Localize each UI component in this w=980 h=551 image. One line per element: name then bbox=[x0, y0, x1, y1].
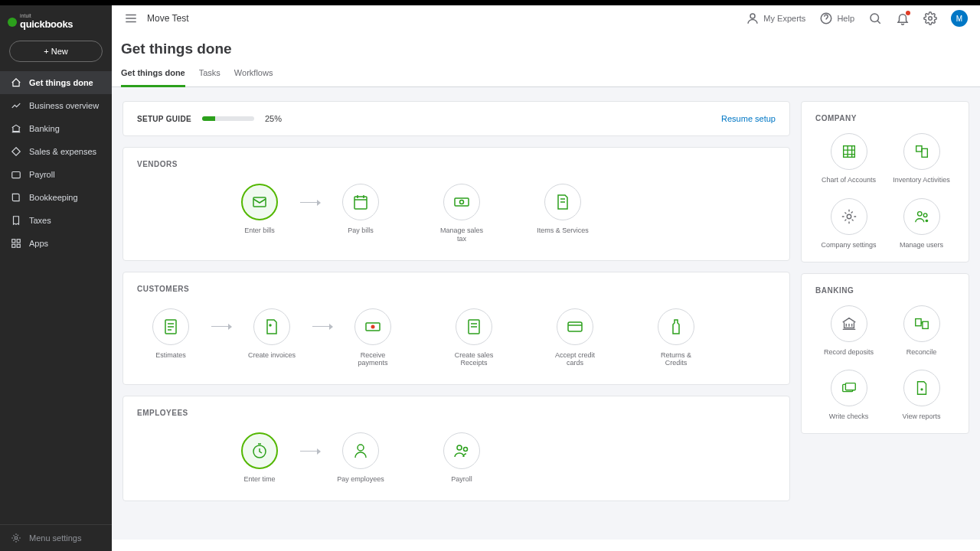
search-icon[interactable] bbox=[868, 11, 882, 25]
gear-icon bbox=[841, 208, 858, 225]
svg-point-17 bbox=[371, 324, 375, 328]
invoice-icon bbox=[263, 318, 281, 336]
logo-text: quickbooks bbox=[20, 18, 73, 30]
comp-manage-users[interactable]: Manage users bbox=[888, 198, 955, 249]
nav-business-overview[interactable]: Business overview bbox=[0, 94, 112, 117]
svg-rect-34 bbox=[845, 383, 855, 390]
logo[interactable]: intuit quickbooks bbox=[0, 5, 112, 41]
nav-get-things-done[interactable]: Get things done bbox=[0, 71, 112, 94]
svg-point-5 bbox=[15, 536, 18, 540]
nav-label: Business overview bbox=[29, 101, 99, 110]
help-icon bbox=[819, 11, 833, 25]
resume-setup-link[interactable]: Resume setup bbox=[721, 114, 776, 123]
wf-label: Enter time bbox=[243, 475, 275, 484]
wallet-icon bbox=[11, 169, 21, 180]
svg-point-6 bbox=[750, 14, 755, 18]
wf-pay-bills[interactable]: Pay bills bbox=[327, 184, 394, 235]
tab-workflows[interactable]: Workflows bbox=[234, 68, 273, 86]
svg-point-30 bbox=[925, 219, 928, 222]
window-chrome bbox=[0, 0, 980, 5]
right-column: COMPANY Chart of Accounts Inventory Acti… bbox=[801, 101, 969, 540]
arrow-icon bbox=[310, 308, 335, 345]
wf-label: Estimates bbox=[155, 351, 186, 360]
menu-settings[interactable]: Menu settings bbox=[0, 524, 112, 551]
bank-write-checks[interactable]: Write checks bbox=[815, 370, 882, 421]
bank-record-deposits[interactable]: Record deposits bbox=[815, 305, 882, 357]
svg-rect-32 bbox=[922, 321, 927, 328]
customers-card: CUSTOMERS Estimates Create invoices Rec bbox=[122, 272, 790, 386]
svg-rect-24 bbox=[843, 146, 854, 158]
wf-label: Manage sales tax bbox=[435, 227, 488, 243]
calendar-icon bbox=[351, 193, 370, 211]
wf-sales-receipts[interactable]: Create sales Receipts bbox=[440, 308, 508, 368]
tab-tasks[interactable]: Tasks bbox=[199, 68, 220, 86]
arrow-icon bbox=[209, 308, 234, 345]
wf-payroll[interactable]: Payroll bbox=[428, 432, 495, 484]
wf-accept-credit-cards[interactable]: Accept credit cards bbox=[541, 308, 609, 368]
hamburger-icon[interactable] bbox=[124, 11, 138, 25]
new-button[interactable]: + New bbox=[9, 41, 103, 62]
clock-icon bbox=[250, 442, 269, 460]
wf-items-services[interactable]: Items & Services bbox=[529, 184, 596, 235]
wf-pay-employees[interactable]: Pay employees bbox=[327, 432, 394, 484]
nav-apps[interactable]: Apps bbox=[0, 232, 112, 255]
logo-icon bbox=[8, 18, 17, 27]
comp-chart-accounts[interactable]: Chart of Accounts bbox=[815, 133, 882, 184]
wf-receive-payments[interactable]: Receive payments bbox=[339, 308, 407, 368]
page-title: Get things done bbox=[112, 41, 980, 68]
nav-bookkeeping[interactable]: Bookkeeping bbox=[0, 186, 112, 209]
svg-rect-4 bbox=[17, 244, 20, 247]
table-icon bbox=[841, 143, 858, 160]
chart-icon bbox=[11, 100, 21, 111]
book-icon bbox=[11, 192, 21, 203]
setup-guide-card: SETUP GUIDE 25% Resume setup bbox=[122, 101, 790, 136]
wf-enter-time[interactable]: Enter time bbox=[226, 432, 293, 484]
my-experts-button[interactable]: My Experts bbox=[746, 11, 805, 25]
person-icon bbox=[351, 442, 370, 460]
nav-taxes[interactable]: Taxes bbox=[0, 209, 112, 232]
wf-create-invoices[interactable]: Create invoices bbox=[238, 308, 305, 360]
svg-point-22 bbox=[457, 445, 462, 450]
tab-get-things-done[interactable]: Get things done bbox=[121, 68, 185, 87]
transfer-icon bbox=[913, 315, 930, 332]
svg-rect-26 bbox=[922, 148, 927, 157]
wf-label: Pay employees bbox=[337, 475, 384, 484]
notifications-button[interactable] bbox=[896, 11, 910, 25]
left-column: SETUP GUIDE 25% Resume setup VENDORS Ent… bbox=[122, 101, 790, 540]
wf-manage-sales-tax[interactable]: Manage sales tax bbox=[428, 184, 495, 243]
receipt-icon bbox=[11, 215, 21, 226]
bank-reconcile[interactable]: Reconcile bbox=[888, 305, 955, 357]
settings-icon[interactable] bbox=[923, 11, 937, 25]
nav-banking[interactable]: Banking bbox=[0, 117, 112, 140]
customers-title: CUSTOMERS bbox=[137, 285, 776, 293]
money-icon bbox=[364, 318, 382, 336]
nav-payroll[interactable]: Payroll bbox=[0, 163, 112, 186]
company-card: COMPANY Chart of Accounts Inventory Acti… bbox=[801, 101, 969, 262]
progress-fill bbox=[202, 116, 215, 121]
wf-label: Pay bills bbox=[348, 227, 374, 235]
comp-settings[interactable]: Company settings bbox=[815, 198, 882, 249]
nav-label: Banking bbox=[29, 124, 60, 133]
wf-returns-credits[interactable]: Returns & Credits bbox=[642, 308, 710, 368]
bank-view-reports[interactable]: View reports bbox=[888, 370, 955, 421]
banking-card: BANKING Record deposits Reconcile Write … bbox=[801, 273, 969, 435]
setup-label: SETUP GUIDE bbox=[137, 115, 191, 123]
svg-point-23 bbox=[464, 448, 468, 452]
card-icon bbox=[566, 318, 584, 336]
content: SETUP GUIDE 25% Resume setup VENDORS Ent… bbox=[112, 87, 980, 540]
arrow-icon bbox=[298, 184, 322, 220]
svg-point-21 bbox=[358, 445, 364, 451]
help-button[interactable]: Help bbox=[819, 11, 854, 25]
topbar: Move Test My Experts Help M bbox=[112, 5, 980, 31]
comp-label: Chart of Accounts bbox=[822, 176, 876, 184]
comp-inventory[interactable]: Inventory Activities bbox=[888, 133, 955, 184]
experts-label: My Experts bbox=[763, 14, 805, 23]
company-grid: Chart of Accounts Inventory Activities C… bbox=[815, 133, 955, 249]
estimate-icon bbox=[162, 318, 180, 336]
wf-estimates[interactable]: Estimates bbox=[137, 308, 204, 360]
svg-rect-19 bbox=[568, 322, 582, 331]
avatar[interactable]: M bbox=[951, 10, 968, 27]
nav-sales-expenses[interactable]: Sales & expenses bbox=[0, 140, 112, 163]
wf-enter-bills[interactable]: Enter bills bbox=[226, 184, 293, 235]
company-name[interactable]: Move Test bbox=[147, 13, 188, 24]
